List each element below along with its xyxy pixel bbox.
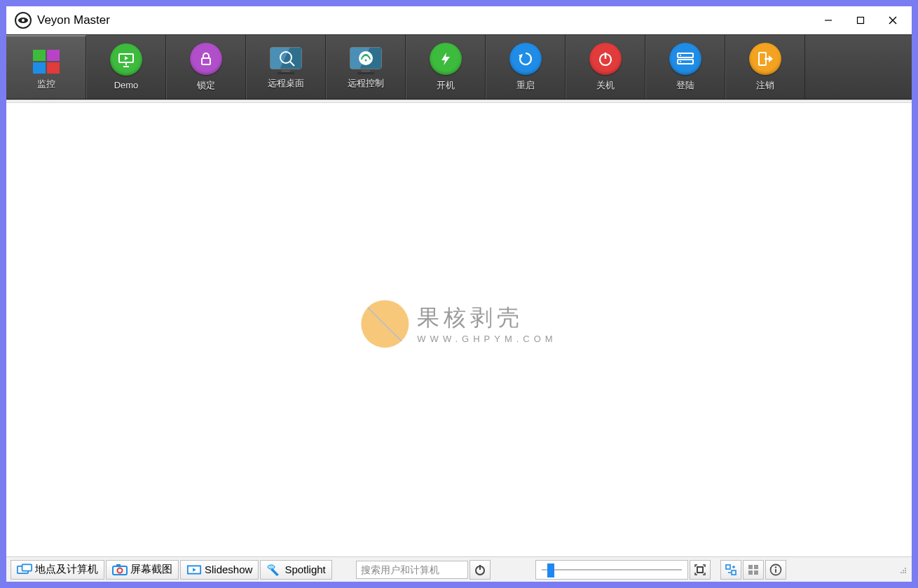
toolbar-lock[interactable]: 锁定 [166,35,246,99]
grid-view-button[interactable] [743,560,764,580]
toolbar-label: 锁定 [197,79,215,92]
fit-screen-button[interactable] [690,560,711,580]
svg-point-60 [775,566,776,568]
toolbar-label: 远程桌面 [268,77,304,90]
content-area: 果核剥壳 WWW.GHPYM.COM [6,100,912,556]
restart-icon [509,43,542,75]
toolbar-power-off[interactable]: 关机 [566,35,645,99]
svg-rect-4 [858,18,864,24]
svg-marker-40 [769,55,773,62]
svg-rect-57 [748,570,753,575]
svg-rect-53 [726,565,730,569]
toolbar-label: 关机 [596,79,615,92]
lock-icon [190,43,222,75]
svg-point-26 [359,51,373,65]
button-label: Slideshow [205,563,252,575]
power-small-icon [474,563,486,576]
toolbar-monitor[interactable]: 监控 [6,35,86,99]
toolbar-label: 开机 [437,79,455,92]
toolbar-power-on[interactable]: 开机 [406,35,486,99]
server-icon [669,43,701,75]
svg-rect-21 [282,70,290,72]
arrange-icon [725,563,737,576]
button-label: 屏幕截图 [130,563,172,576]
svg-rect-15 [202,58,210,64]
toolbar-label: 监控 [37,78,55,90]
svg-rect-22 [278,72,294,74]
toolbar-reboot[interactable]: 重启 [486,35,566,99]
svg-rect-9 [33,62,46,74]
toolbar-label: Demo [114,80,139,90]
svg-point-66 [903,572,904,573]
monitor-tiles-icon [30,46,62,78]
remote-control-icon [346,45,385,77]
svg-rect-52 [697,567,703,573]
maximize-icon [856,16,865,25]
svg-point-64 [905,570,906,571]
svg-point-37 [680,61,681,62]
screenshot-button[interactable]: 屏幕截图 [106,560,179,580]
svg-rect-58 [754,570,758,575]
close-icon [889,16,897,25]
svg-point-27 [365,59,367,61]
toolbar-remote-control[interactable]: 远程控制 [326,35,406,99]
resize-grip-icon[interactable] [898,565,907,575]
toolbar-label: 远程控制 [348,77,384,90]
svg-point-62 [905,568,906,569]
slideshow-button[interactable]: Slideshow [180,560,259,580]
close-button[interactable] [877,9,909,32]
maximize-button[interactable] [844,9,877,32]
camera-icon [112,563,128,576]
grid-icon [748,564,759,575]
svg-point-49 [268,565,275,569]
toolbar-login[interactable]: 登陆 [645,35,725,99]
toolbar-demo[interactable]: Demo [86,35,166,99]
svg-rect-10 [47,62,60,74]
slideshow-play-icon [186,563,202,576]
svg-point-63 [903,570,904,571]
auto-arrange-button[interactable] [720,560,741,580]
svg-marker-30 [441,53,450,65]
watermark-title: 果核剥壳 [417,303,556,334]
app-eye-icon [15,12,32,29]
zoom-slider[interactable] [535,560,688,580]
search-input[interactable] [356,561,468,579]
bottom-bar: 地点及计算机 屏幕截图 Slideshow Spotlight [6,556,912,582]
minimize-icon [824,16,833,25]
watermark-url: WWW.GHPYM.COM [417,334,556,344]
button-label: 地点及计算机 [35,563,98,576]
svg-rect-8 [47,50,60,61]
info-icon [769,563,782,576]
screens-icon [17,563,32,576]
svg-rect-54 [732,570,736,575]
remote-desktop-icon [266,45,306,77]
spotlight-flashlight-icon [266,563,282,576]
slider-thumb[interactable] [547,563,554,577]
button-label: Spotlight [285,563,325,575]
window-title: Veyon Master [37,13,110,27]
watermark: 果核剥壳 WWW.GHPYM.COM [361,300,556,348]
toolbar-label: 重启 [516,79,535,92]
svg-rect-44 [116,564,121,566]
info-button[interactable] [765,560,786,580]
locations-computers-button[interactable]: 地点及计算机 [11,560,104,580]
svg-point-45 [118,568,123,573]
toolbar-label: 登陆 [676,79,694,92]
svg-rect-28 [362,70,370,72]
power-icon [589,43,622,75]
svg-point-67 [905,572,906,573]
app-window: Veyon Master 监控 Demo [6,6,912,582]
lightning-icon [430,43,462,75]
svg-point-2 [22,19,25,22]
toolbar-label: 注销 [756,79,774,92]
svg-rect-55 [748,565,753,569]
svg-point-65 [900,572,902,573]
minimize-button[interactable] [812,9,844,32]
spotlight-button[interactable]: Spotlight [260,560,331,580]
toolbar-logout[interactable]: 注销 [725,35,805,99]
power-filter-button[interactable] [470,560,491,580]
main-toolbar: 监控 Demo 锁定 远程桌面 远程控制 [6,34,912,100]
fit-icon [694,563,706,576]
logout-icon [749,43,781,75]
toolbar-remote-desktop[interactable]: 远程桌面 [246,35,326,99]
